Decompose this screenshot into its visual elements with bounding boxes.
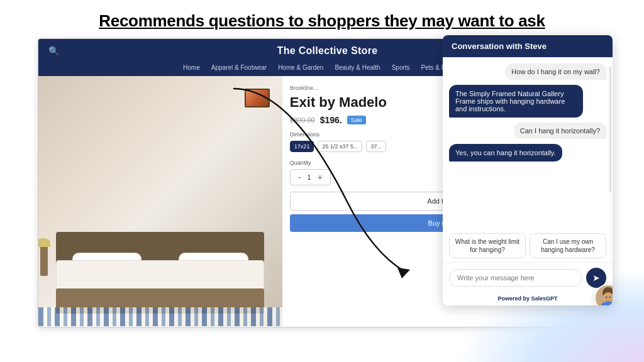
qty-control: - 1 +: [290, 169, 331, 185]
wall-art: [245, 89, 270, 107]
search-icon[interactable]: 🔍: [48, 46, 59, 56]
qty-minus-btn[interactable]: -: [298, 172, 301, 182]
bed-illustration: [45, 213, 276, 314]
message-2: The Simply Framed Natural Gallery Frame …: [449, 85, 583, 118]
svg-point-4: [606, 297, 607, 298]
nav-apparel[interactable]: Apparel & Footwear: [211, 64, 267, 71]
chat-input-row: ➤: [443, 262, 613, 293]
nav-sports[interactable]: Sports: [392, 64, 410, 71]
dim-opt-3[interactable]: 37...: [366, 141, 386, 152]
scrollbar[interactable]: [609, 67, 611, 192]
chat-header: Conversation with Steve: [443, 35, 613, 57]
price-sale: $196.: [320, 115, 342, 125]
nav-beauty[interactable]: Beauty & Health: [335, 64, 380, 71]
powered-by-text: Powered by: [497, 295, 531, 302]
nav-home[interactable]: Home: [183, 64, 200, 71]
dim-opt-1[interactable]: 17x21: [290, 141, 314, 152]
powered-by: Powered by SalesGPT: [443, 293, 613, 305]
price-original: $800.00: [290, 116, 315, 124]
chat-input[interactable]: [449, 269, 582, 287]
suggested-questions: What is the weight limit for hanging? Ca…: [443, 229, 613, 262]
send-icon: ➤: [592, 273, 600, 283]
qty-value: 1: [308, 173, 311, 181]
suggested-q-2[interactable]: Can I use my own hanging hardware?: [530, 233, 606, 258]
message-4: Yes, you can hang it horizontally.: [449, 144, 562, 162]
message-3: Can I hang it horizontally?: [514, 123, 606, 139]
product-image: [38, 76, 282, 326]
sale-badge: Sale: [347, 116, 366, 124]
page-title: Recommends questions to shoppers they ma…: [0, 0, 644, 38]
chat-messages: How do I hang it on my wall? The Simply …: [443, 57, 613, 229]
message-1: How do I hang it on my wall?: [505, 63, 606, 80]
rug: [38, 307, 282, 326]
powered-by-brand-text: SalesGPT: [531, 295, 557, 302]
dim-opt-2[interactable]: 25 1/2 x37 5...: [318, 141, 362, 152]
svg-point-5: [609, 297, 611, 298]
avatar-svg: [596, 285, 613, 305]
bedroom-scene: [38, 76, 282, 326]
qty-plus-btn[interactable]: +: [318, 172, 323, 182]
main-container: 🔍 The Collective Store Home Apparel & Fo…: [38, 38, 606, 327]
nav-home-garden[interactable]: Home & Garden: [278, 64, 323, 71]
chat-panel: Conversation with Steve How do I hang it…: [443, 35, 613, 305]
suggested-q-1[interactable]: What is the weight limit for hanging?: [449, 233, 526, 258]
